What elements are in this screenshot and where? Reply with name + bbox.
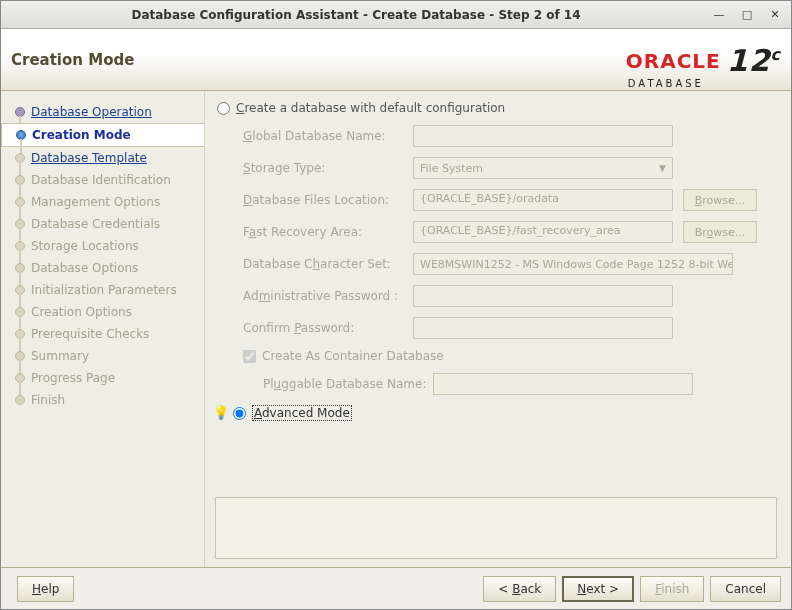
wizard-window: Database Configuration Assistant - Creat… — [0, 0, 792, 610]
field-confirm-password: Confirm Password: — [243, 317, 777, 339]
form-area: Create a database with default configura… — [215, 101, 777, 497]
field-storage-type: Storage Type: File System ▼ — [243, 157, 777, 179]
back-button[interactable]: < Back — [483, 576, 556, 602]
field-global-db-name: Global Database Name: — [243, 125, 777, 147]
sidebar: Database Operation Creation Mode Databas… — [1, 91, 205, 567]
maximize-icon[interactable]: □ — [735, 5, 759, 25]
container-db-checkbox — [243, 350, 256, 363]
header: Creation Mode ORACLE12c DATABASE — [1, 29, 791, 91]
radio-advanced-mode[interactable]: 💡 Advanced Mode — [215, 405, 777, 421]
field-fast-recovery: Fast Recovery Area: {ORACLE_BASE}/fast_r… — [243, 221, 777, 243]
finish-button: Finish — [640, 576, 704, 602]
radio-default-config[interactable]: Create a database with default configura… — [217, 101, 777, 115]
brand-name: ORACLE — [626, 49, 721, 73]
step-prerequisite-checks: Prerequisite Checks — [1, 323, 204, 345]
step-list: Database Operation Creation Mode Databas… — [1, 101, 204, 411]
next-button[interactable]: Next > — [562, 576, 634, 602]
confirm-password-input — [413, 317, 673, 339]
footer: Help < Back Next > Finish Cancel — [1, 567, 791, 609]
step-database-options: Database Options — [1, 257, 204, 279]
db-files-location-input: {ORACLE_BASE}/oradata — [413, 189, 673, 211]
step-initialization-parameters: Initialization Parameters — [1, 279, 204, 301]
tip-icon: 💡 — [215, 406, 227, 420]
field-admin-password: Administrative Password : — [243, 285, 777, 307]
body: Database Operation Creation Mode Databas… — [1, 91, 791, 567]
step-finish: Finish — [1, 389, 204, 411]
help-button[interactable]: Help — [17, 576, 74, 602]
window-title: Database Configuration Assistant - Creat… — [5, 8, 707, 22]
window-controls: — □ ✕ — [707, 5, 787, 25]
step-database-credentials: Database Credentials — [1, 213, 204, 235]
pdb-name-input — [433, 373, 693, 395]
charset-select: WE8MSWIN1252 - MS Windows Code Page 1252… — [413, 253, 733, 275]
brand-logo: ORACLE12c DATABASE — [626, 43, 781, 89]
step-progress-page: Progress Page — [1, 367, 204, 389]
cancel-button[interactable]: Cancel — [710, 576, 781, 602]
minimize-icon[interactable]: — — [707, 5, 731, 25]
brand-product: DATABASE — [628, 78, 781, 89]
field-charset: Database Character Set: WE8MSWIN1252 - M… — [243, 253, 777, 275]
fast-recovery-input: {ORACLE_BASE}/fast_recovery_area — [413, 221, 673, 243]
step-creation-options: Creation Options — [1, 301, 204, 323]
global-db-name-input — [413, 125, 673, 147]
field-db-files-location: Database Files Location: {ORACLE_BASE}/o… — [243, 189, 777, 211]
page-title: Creation Mode — [11, 51, 134, 69]
checkbox-container-db: Create As Container Database — [243, 349, 777, 363]
step-summary: Summary — [1, 345, 204, 367]
step-creation-mode: Creation Mode — [1, 123, 204, 147]
message-box — [215, 497, 777, 559]
browse-db-files-button: Browse... — [683, 189, 757, 211]
step-management-options: Management Options — [1, 191, 204, 213]
field-pdb-name: Pluggable Database Name: — [263, 373, 777, 395]
step-database-template[interactable]: Database Template — [1, 147, 204, 169]
radio-default-config-input[interactable] — [217, 102, 230, 115]
titlebar: Database Configuration Assistant - Creat… — [1, 1, 791, 29]
step-database-operation[interactable]: Database Operation — [1, 101, 204, 123]
admin-password-input — [413, 285, 673, 307]
storage-type-select: File System ▼ — [413, 157, 673, 179]
step-storage-locations: Storage Locations — [1, 235, 204, 257]
chevron-down-icon: ▼ — [659, 163, 666, 173]
radio-advanced-mode-input[interactable] — [233, 407, 246, 420]
close-icon[interactable]: ✕ — [763, 5, 787, 25]
browse-fast-recovery-button: Browse... — [683, 221, 757, 243]
step-database-identification: Database Identification — [1, 169, 204, 191]
main-panel: Create a database with default configura… — [205, 91, 791, 567]
